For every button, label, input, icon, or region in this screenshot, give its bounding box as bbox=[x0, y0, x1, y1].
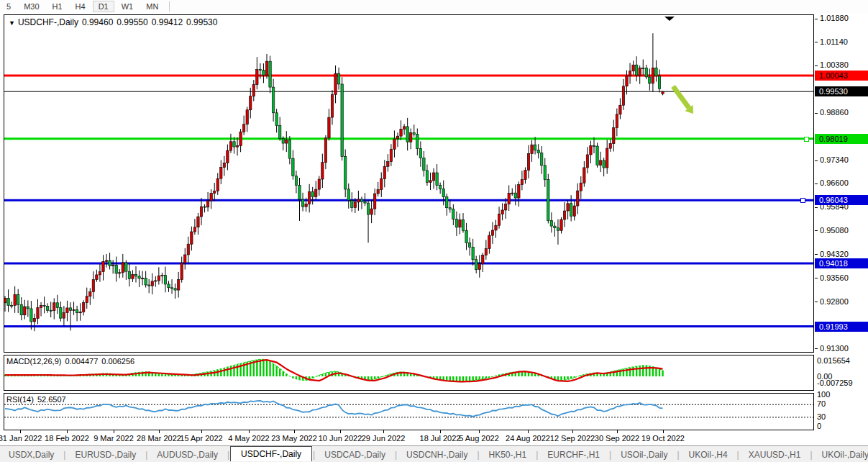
bear-candle bbox=[347, 189, 350, 201]
bull-candle bbox=[220, 168, 222, 179]
bull-candle bbox=[577, 191, 579, 206]
bear-candle bbox=[20, 304, 22, 314]
bear-candle bbox=[341, 84, 343, 157]
tab-eurusd-daily[interactable]: EURUSD-,Daily bbox=[66, 448, 145, 461]
macd-axis-label: -0.007259 bbox=[817, 379, 853, 387]
bull-candle bbox=[629, 71, 631, 76]
rsi-axis-label: 30 bbox=[817, 412, 826, 421]
bear-candle bbox=[541, 153, 543, 166]
bear-candle bbox=[109, 261, 111, 266]
timeframe-button-m30[interactable]: M30 bbox=[18, 1, 45, 12]
price-axis-tick: 0.93560 bbox=[815, 273, 849, 282]
timeframe-button-w1[interactable]: W1 bbox=[116, 1, 140, 12]
price-axis-tick: 0.94320 bbox=[815, 250, 849, 258]
line-selection-handle[interactable] bbox=[804, 137, 809, 142]
tab-usdcad-daily[interactable]: USDCAD-,Daily bbox=[316, 448, 394, 461]
timeframe-button-h1[interactable]: H1 bbox=[47, 1, 68, 12]
bear-candle bbox=[550, 221, 552, 227]
bull-candle bbox=[184, 255, 186, 263]
timeframe-button-h4[interactable]: H4 bbox=[70, 1, 91, 12]
bear-candle bbox=[360, 199, 362, 201]
tab-audusd-daily[interactable]: AUDUSD-,Daily bbox=[148, 448, 227, 461]
timeframe-button-d1[interactable]: D1 bbox=[93, 1, 114, 12]
tick-dash bbox=[815, 302, 818, 302]
bull-candle bbox=[599, 160, 601, 166]
bull-candle bbox=[606, 148, 608, 168]
bull-candle bbox=[315, 189, 317, 196]
rsi-name: RSI(14) bbox=[6, 395, 34, 404]
line-selection-handle[interactable] bbox=[800, 198, 805, 203]
time-axis-label: 23 May 2022 bbox=[271, 434, 317, 443]
bear-candle bbox=[7, 298, 9, 305]
bull-candle bbox=[518, 185, 520, 198]
toolbar-separator bbox=[169, 1, 170, 12]
time-axis[interactable]: 31 Jan 202218 Feb 20229 Mar 202228 Mar 2… bbox=[0, 430, 868, 445]
tab-usdchf-daily[interactable]: USDCHF-,Daily bbox=[230, 446, 312, 461]
bear-candle bbox=[364, 201, 366, 203]
time-axis-tick bbox=[479, 430, 480, 433]
bull-candle bbox=[357, 199, 360, 202]
rsi-axis-label: 0 bbox=[817, 422, 821, 430]
bull-candle bbox=[83, 303, 85, 312]
bull-candle bbox=[214, 191, 216, 193]
price-chart-panel[interactable]: ▼USDCHF-,Daily0.994600.995500.994120.995… bbox=[4, 14, 814, 353]
price-axis-tick: 0.96600 bbox=[815, 178, 849, 187]
bull-candle bbox=[24, 307, 26, 315]
bear-candle bbox=[30, 309, 32, 322]
rsi-axis-label: 70 bbox=[817, 399, 826, 408]
tab-usdcnh-daily[interactable]: USDCNH-,Daily bbox=[398, 448, 476, 461]
rsi-indicator-panel[interactable]: RSI(14)52.6507 bbox=[4, 393, 814, 430]
tab-eurchf-h1[interactable]: EURCHF-,H1 bbox=[539, 448, 608, 461]
ohlc-low: 0.99412 bbox=[152, 17, 183, 27]
bull-candle bbox=[181, 263, 183, 279]
time-axis-label: 5 Aug 2022 bbox=[459, 434, 499, 443]
candlestick-chart-canvas[interactable] bbox=[4, 15, 813, 352]
bear-candle bbox=[439, 185, 441, 189]
bull-candle bbox=[390, 149, 392, 161]
time-axis-tick bbox=[383, 430, 384, 433]
bull-candle bbox=[580, 183, 582, 191]
macd-axis-label: 0.015654 bbox=[817, 356, 850, 365]
rsi-chart-canvas[interactable] bbox=[4, 394, 813, 430]
bull-candle bbox=[285, 140, 288, 143]
bull-candle bbox=[66, 308, 68, 313]
price-level-badge: 0.98019 bbox=[815, 134, 868, 144]
trading-terminal-window: 5M30H1H4D1W1MN ▼USDCHF-,Daily0.994600.99… bbox=[0, 0, 868, 462]
bull-candle bbox=[102, 261, 104, 271]
bear-candle bbox=[282, 138, 284, 143]
bull-candle bbox=[429, 181, 431, 182]
bear-candle bbox=[423, 158, 425, 171]
tab-xauusd-h1[interactable]: XAUUSD-,H1 bbox=[740, 448, 810, 461]
time-axis-label: 15 Apr 2022 bbox=[180, 434, 222, 443]
chart-dropdown-icon[interactable]: ▼ bbox=[9, 19, 15, 27]
tab-ukoil-daily[interactable]: UKOil-,Daily bbox=[813, 448, 868, 461]
timeframe-toolbar: 5M30H1H4D1W1MN bbox=[0, 0, 868, 13]
time-axis-label: 31 Jan 2022 bbox=[0, 434, 42, 443]
bull-candle bbox=[491, 230, 493, 235]
bear-candle bbox=[603, 160, 605, 168]
rsi-label: RSI(14)52.6507 bbox=[6, 395, 70, 404]
bull-candle bbox=[33, 318, 35, 322]
tab-ukoil-h4[interactable]: UKOil-,H4 bbox=[680, 448, 736, 461]
bear-candle bbox=[269, 61, 271, 87]
timeframe-button-mn[interactable]: MN bbox=[140, 1, 164, 12]
bull-candle bbox=[161, 276, 163, 276]
down-arrow-shaft[interactable] bbox=[673, 86, 689, 108]
bear-candle bbox=[204, 207, 206, 207]
time-axis-tick bbox=[340, 430, 341, 433]
macd-indicator-panel[interactable]: MACD(12,26,9)0.0044770.006256 bbox=[4, 355, 814, 391]
price-axis-tick: 0.97340 bbox=[815, 155, 849, 164]
bull-candle bbox=[187, 244, 189, 255]
bull-candle bbox=[89, 291, 91, 296]
price-level-badge: 1.00043 bbox=[815, 71, 868, 81]
chart-end-marker-icon[interactable] bbox=[664, 17, 675, 21]
bull-candle bbox=[105, 261, 107, 261]
bull-candle bbox=[318, 179, 320, 189]
time-axis-tick bbox=[572, 430, 573, 433]
tab-usoil-daily[interactable]: USOil-,Daily bbox=[612, 448, 676, 461]
rsi-line bbox=[5, 401, 663, 417]
tab-hk50-h1[interactable]: HK50-,H1 bbox=[480, 448, 536, 461]
timeframe-button-5[interactable]: 5 bbox=[1, 1, 17, 12]
bull-candle bbox=[485, 249, 487, 255]
tab-usdx-daily[interactable]: USDX,Daily bbox=[0, 448, 63, 461]
